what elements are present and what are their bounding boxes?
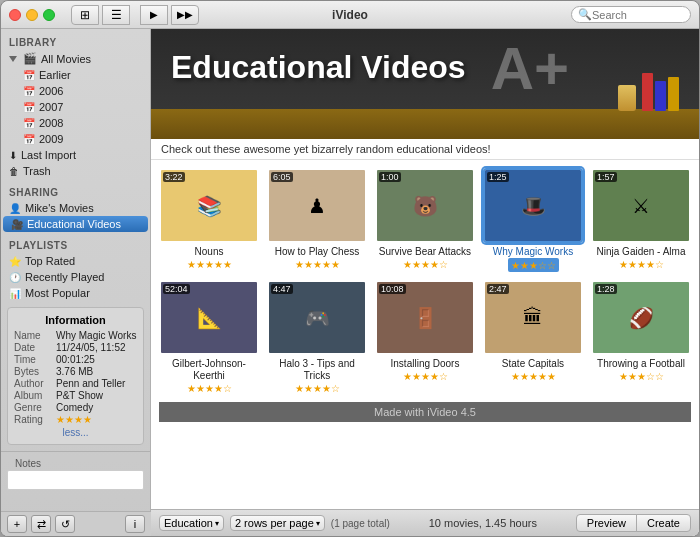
play-button[interactable]: ▶ xyxy=(140,5,168,25)
title-bar: ⊞ ☰ ▶ ▶▶ iVideo 🔍 xyxy=(1,1,699,29)
sidebar-item-recently-played[interactable]: 🕐 Recently Played xyxy=(1,269,150,285)
close-button[interactable] xyxy=(9,9,21,21)
video-time: 52:04 xyxy=(163,284,190,294)
cal-icon: 📅 xyxy=(23,102,35,113)
video-time: 4:47 xyxy=(271,284,293,294)
cal-icon: 📅 xyxy=(23,134,35,145)
sidebar-item-2009[interactable]: 📅 2009 xyxy=(1,131,150,147)
sidebar-item-mikes-movies[interactable]: 👤 Mike's Movies xyxy=(1,200,150,216)
add-button[interactable]: + xyxy=(7,515,27,533)
video-thumbnail[interactable]: 🐻 1:00 xyxy=(375,168,475,243)
source-select[interactable]: Education ▾ xyxy=(159,515,224,531)
share-icon: 👤 xyxy=(9,203,21,214)
preview-button[interactable]: Preview xyxy=(576,514,637,532)
video-item[interactable]: 🏈 1:28 Throwing a Football ★★★☆☆ xyxy=(591,280,691,394)
grid-view-button[interactable]: ⊞ xyxy=(71,5,99,25)
star-rating: ★★★★★ xyxy=(187,259,232,270)
info-time-row: Time 00:01:25 xyxy=(14,354,137,365)
video-item[interactable]: 🐻 1:00 Survive Bear Attacks ★★★★☆ xyxy=(375,168,475,272)
video-item[interactable]: 🏛 2:47 State Capitals ★★★★★ xyxy=(483,280,583,394)
book-red xyxy=(642,73,653,111)
video-time: 6:05 xyxy=(271,172,293,182)
sidebar-item-all-movies[interactable]: 🎬 All Movies xyxy=(1,50,150,67)
info-button[interactable]: i xyxy=(125,515,145,533)
sharing-section-header: SHARING xyxy=(1,179,150,200)
repeat-button[interactable]: ↺ xyxy=(55,515,75,533)
video-thumbnail[interactable]: 🎩 1:25 xyxy=(483,168,583,243)
info-genre-row: Genre Comedy xyxy=(14,402,137,413)
video-thumbnail[interactable]: 🏛 2:47 xyxy=(483,280,583,355)
info-album-row: Album P&T Show xyxy=(14,390,137,401)
shuffle-button[interactable]: ⇄ xyxy=(31,515,51,533)
sidebar: LIBRARY 🎬 All Movies 📅 Earlier 📅 2006 xyxy=(1,29,151,536)
video-time: 3:22 xyxy=(163,172,185,182)
video-thumbnail[interactable]: 📐 52:04 xyxy=(159,280,259,355)
notes-area: Notes xyxy=(1,451,150,496)
preview-create-buttons: Preview Create xyxy=(576,514,691,532)
video-title: Why Magic Works xyxy=(493,246,573,258)
sidebar-item-2006[interactable]: 📅 2006 xyxy=(1,83,150,99)
video-time: 2:47 xyxy=(487,284,509,294)
video-item[interactable]: ♟ 6:05 How to Play Chess ★★★★★ xyxy=(267,168,367,272)
books-decoration xyxy=(642,73,679,111)
fast-forward-button[interactable]: ▶▶ xyxy=(171,5,199,25)
video-item[interactable]: ⚔ 1:57 Ninja Gaiden - Alma ★★★★☆ xyxy=(591,168,691,272)
video-item[interactable]: 📚 3:22 Nouns ★★★★★ xyxy=(159,168,259,272)
traffic-lights xyxy=(9,9,55,21)
sidebar-item-educational-videos[interactable]: 🎥 Educational Videos xyxy=(3,216,148,232)
notes-input[interactable] xyxy=(7,470,144,490)
video-thumbnail[interactable]: ♟ 6:05 xyxy=(267,168,367,243)
sidebar-item-earlier[interactable]: 📅 Earlier xyxy=(1,67,150,83)
video-item[interactable]: 🎮 4:47 Halo 3 - Tips and Tricks ★★★★☆ xyxy=(267,280,367,394)
video-time: 1:28 xyxy=(595,284,617,294)
video-item[interactable]: 🚪 10:08 Installing Doors ★★★★☆ xyxy=(375,280,475,394)
banner-shelf xyxy=(151,109,699,139)
banner-title: Educational Videos xyxy=(151,29,699,86)
video-thumbnail[interactable]: 🏈 1:28 xyxy=(591,280,691,355)
info-rating-row: Rating ★★★★ xyxy=(14,414,137,425)
sidebar-item-most-popular[interactable]: 📊 Most Popular xyxy=(1,285,150,301)
content-area: Educational Videos A+ Check out these aw… xyxy=(151,29,699,536)
import-icon: ⬇ xyxy=(9,150,17,161)
cup-decoration xyxy=(618,85,636,111)
star-rating: ★★★★☆ xyxy=(619,259,664,270)
chevron-down-icon: ▾ xyxy=(316,519,320,528)
star-rating: ★★★☆☆ xyxy=(511,260,556,271)
video-title: Halo 3 - Tips and Tricks xyxy=(267,358,367,382)
sidebar-item-top-rated[interactable]: ⭐ Top Rated xyxy=(1,253,150,269)
sidebar-item-last-import[interactable]: ⬇ Last Import xyxy=(1,147,150,163)
main-area: LIBRARY 🎬 All Movies 📅 Earlier 📅 2006 xyxy=(1,29,699,536)
sidebar-bottom-controls: + ⇄ ↺ i xyxy=(1,511,151,536)
video-thumbnail[interactable]: 🚪 10:08 xyxy=(375,280,475,355)
video-thumbnail[interactable]: 📚 3:22 xyxy=(159,168,259,243)
rows-select[interactable]: 2 rows per page ▾ xyxy=(230,515,325,531)
videos-grid: 📚 3:22 Nouns ★★★★★ ♟ 6:05 How to Play Ch… xyxy=(159,168,691,394)
maximize-button[interactable] xyxy=(43,9,55,21)
star-rating: ★★★★☆ xyxy=(403,259,448,270)
star-rating: ★★★★☆ xyxy=(187,383,232,394)
book-yellow xyxy=(668,77,679,111)
chevron-down-icon: ▾ xyxy=(215,519,219,528)
video-item[interactable]: 🎩 1:25 Why Magic Works ★★★☆☆ xyxy=(483,168,583,272)
cal-icon: 📅 xyxy=(23,70,35,81)
star-rating: ★★★★★ xyxy=(295,259,340,270)
video-time: 1:57 xyxy=(595,172,617,182)
video-title: Throwing a Football xyxy=(597,358,685,370)
video-thumbnail[interactable]: ⚔ 1:57 xyxy=(591,168,691,243)
banner: Educational Videos A+ xyxy=(151,29,699,139)
list-view-button[interactable]: ☰ xyxy=(102,5,130,25)
sidebar-item-trash[interactable]: 🗑 Trash xyxy=(1,163,150,179)
search-box[interactable]: 🔍 xyxy=(571,6,691,23)
banner-aplus: A+ xyxy=(491,34,569,103)
info-name-row: Name Why Magic Works xyxy=(14,330,137,341)
toolbar-controls: ⊞ ☰ ▶ ▶▶ xyxy=(71,5,199,25)
minimize-button[interactable] xyxy=(26,9,38,21)
cal-icon: 📅 xyxy=(23,86,35,97)
search-input[interactable] xyxy=(592,9,682,21)
create-button[interactable]: Create xyxy=(636,514,691,532)
less-link[interactable]: less... xyxy=(14,427,137,438)
sidebar-item-2007[interactable]: 📅 2007 xyxy=(1,99,150,115)
video-item[interactable]: 📐 52:04 Gilbert-Johnson-Keerthi ★★★★☆ xyxy=(159,280,259,394)
sidebar-item-2008[interactable]: 📅 2008 xyxy=(1,115,150,131)
video-thumbnail[interactable]: 🎮 4:47 xyxy=(267,280,367,355)
